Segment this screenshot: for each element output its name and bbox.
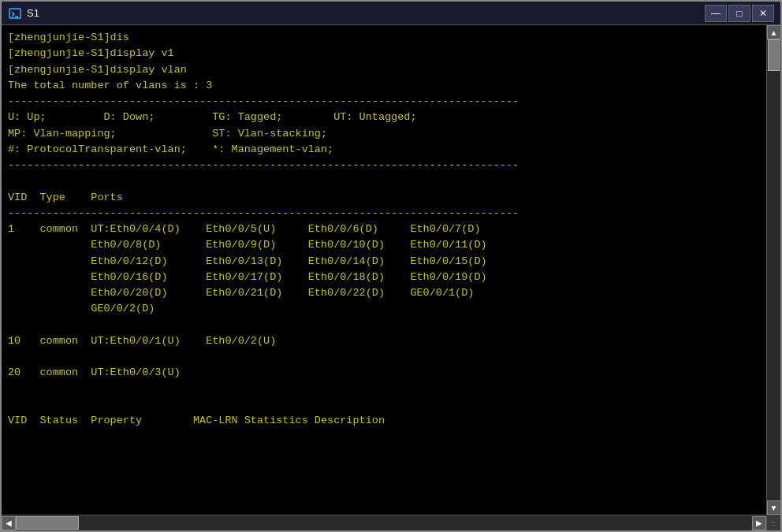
- horizontal-scrollbar[interactable]: ◀ ▶ ::: [2, 515, 780, 530]
- terminal-window: S1 — □ ✕ [zhengjunjie-S1]dis [zhengjunji…: [0, 0, 782, 532]
- scroll-right-button[interactable]: ▶: [752, 516, 766, 530]
- vertical-scrollbar[interactable]: ▲ ▼: [766, 25, 780, 515]
- title-bar-left: S1: [8, 6, 39, 20]
- content-area: [zhengjunjie-S1]dis [zhengjunjie-S1]disp…: [2, 25, 780, 515]
- title-bar: S1 — □ ✕: [2, 2, 780, 25]
- terminal-icon: [8, 6, 22, 20]
- scroll-down-button[interactable]: ▼: [767, 500, 781, 515]
- scroll-track-v[interactable]: [767, 39, 780, 500]
- minimize-button[interactable]: —: [705, 5, 727, 22]
- scroll-track-h[interactable]: [16, 515, 752, 530]
- scroll-up-button[interactable]: ▲: [767, 25, 781, 39]
- terminal-output[interactable]: [zhengjunjie-S1]dis [zhengjunjie-S1]disp…: [2, 25, 766, 515]
- title-bar-controls: — □ ✕: [705, 5, 774, 22]
- close-button[interactable]: ✕: [752, 5, 774, 22]
- window-title: S1: [27, 7, 39, 19]
- maximize-button[interactable]: □: [728, 5, 750, 22]
- resize-corner: ::: [766, 516, 780, 530]
- scroll-thumb-h[interactable]: [16, 516, 79, 530]
- scroll-thumb-v[interactable]: [768, 39, 780, 71]
- scroll-left-button[interactable]: ◀: [2, 516, 16, 530]
